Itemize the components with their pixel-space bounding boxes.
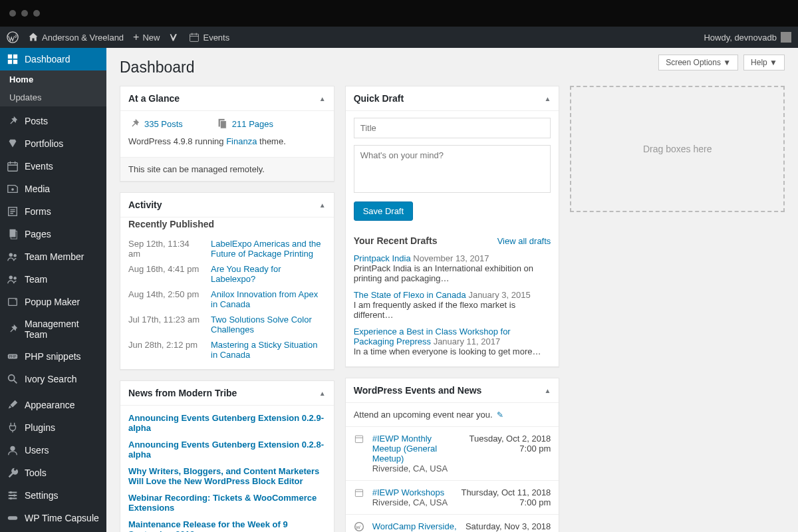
box-title: At a Glance xyxy=(128,93,180,104)
new-content[interactable]: +New xyxy=(133,31,160,43)
news-link[interactable]: Announcing Events Gutenberg Extension 0.… xyxy=(120,436,334,463)
wp-logo[interactable] xyxy=(7,31,19,43)
screen-options-button[interactable]: Screen Options ▼ xyxy=(658,55,738,70)
activity-date: Aug 14th, 2:50 pm xyxy=(128,289,201,309)
events-intro-text: Attend an upcoming event near you. xyxy=(354,410,493,420)
box-title: Quick Draft xyxy=(354,93,404,104)
news-link[interactable]: Why Writers, Bloggers, and Content Marke… xyxy=(120,463,334,489)
svg-point-14 xyxy=(13,277,17,280)
user-menu[interactable]: Howdy, devnovadb xyxy=(704,32,791,43)
sidebar-item-portfolios[interactable]: Portfolios xyxy=(0,132,106,155)
sidebar-item-media[interactable]: Media xyxy=(0,178,106,200)
sidebar-item-tools[interactable]: Tools xyxy=(0,462,106,484)
sidebar-item-team[interactable]: Team xyxy=(0,268,106,291)
draft-item: Experience a Best in Class Workshop for … xyxy=(346,323,559,360)
forms-icon xyxy=(7,205,19,217)
draft-title-input[interactable] xyxy=(354,118,551,138)
edit-location-icon[interactable]: ✎ xyxy=(497,410,503,420)
tools-icon xyxy=(7,467,19,479)
activity-link[interactable]: Anilox Innovation from Apex in Canada xyxy=(211,289,326,309)
events-toolbar[interactable]: Events xyxy=(189,32,229,43)
activity-box: Activity▲ Recently Published Sep 12th, 1… xyxy=(120,192,334,370)
collapse-icon[interactable]: ▲ xyxy=(319,95,326,102)
svg-rect-5 xyxy=(13,60,17,64)
drop-zone[interactable]: Drag boxes here xyxy=(570,86,785,212)
draft-excerpt: PrintPack India is an International exhi… xyxy=(354,263,533,283)
admin-toolbar: Anderson & Vreeland +New Events Howdy, d… xyxy=(0,27,798,48)
sidebar-item-posts[interactable]: Posts xyxy=(0,110,106,132)
sidebar-item-label: Pages xyxy=(25,229,51,239)
svg-rect-3 xyxy=(13,55,17,59)
sidebar-item-label: Team xyxy=(25,274,47,285)
event-title-link[interactable]: #IEWP Monthly Meetup (General Meetup) xyxy=(372,434,438,464)
draft-title-link[interactable]: The State of Flexo in Canada xyxy=(354,290,466,300)
event-title-link[interactable]: WordCamp Riverside, CA xyxy=(372,521,457,532)
svg-point-19 xyxy=(9,375,15,381)
sidebar-item-plugins[interactable]: Plugins xyxy=(0,416,106,439)
activity-date: Jun 28th, 2:12 pm xyxy=(128,340,201,360)
wordcamp-icon xyxy=(354,521,366,532)
modern-tribe-news-box: News from Modern Tribe▲ Announcing Event… xyxy=(120,380,334,532)
draft-body-input[interactable] xyxy=(354,145,551,193)
main-content: Screen Options ▼ Help ▼ Dashboard At a G… xyxy=(106,48,798,532)
avatar xyxy=(781,32,791,43)
draft-excerpt: I am frequently asked if the flexo marke… xyxy=(354,300,516,320)
sidebar-item-team-member[interactable]: Team Member xyxy=(0,245,106,268)
site-link[interactable]: Anderson & Vreeland xyxy=(28,32,124,43)
save-draft-button[interactable]: Save Draft xyxy=(354,201,413,221)
svg-point-13 xyxy=(9,276,13,279)
news-link[interactable]: Maintenance Release for the Week of 9 Se… xyxy=(120,516,334,532)
activity-link[interactable]: Are You Ready for Labelexpo? xyxy=(211,264,326,284)
posts-count-link[interactable]: 335 Posts xyxy=(128,118,183,130)
sidebar-item-popup-maker[interactable]: Popup Maker xyxy=(0,291,106,313)
sidebar-item-label: Forms xyxy=(25,206,51,217)
sidebar-item-php-snippets[interactable]: PHPPHP snippets xyxy=(0,345,106,368)
sidebar-item-wp-time-capsule[interactable]: WP Time Capsule xyxy=(0,507,106,529)
box-title: Activity xyxy=(128,200,162,210)
wp-events-news-box: WordPress Events and News▲ Attend an upc… xyxy=(345,378,560,532)
sidebar-item-settings[interactable]: Settings xyxy=(0,484,106,507)
sidebar-item-forms[interactable]: Forms xyxy=(0,200,106,223)
yoast-icon[interactable] xyxy=(169,32,180,43)
help-button[interactable]: Help ▼ xyxy=(743,55,785,70)
activity-link[interactable]: LabelExpo Americas and the Future of Pac… xyxy=(211,239,326,259)
sidebar-item-label: Plugins xyxy=(25,422,55,433)
activity-link[interactable]: Two Solutions Solve Color Challenges xyxy=(211,315,326,334)
collapse-icon[interactable]: ▲ xyxy=(544,387,551,394)
collapse-icon[interactable]: ▲ xyxy=(319,390,326,397)
svg-rect-2 xyxy=(8,55,12,59)
svg-point-12 xyxy=(13,254,17,257)
collapse-icon[interactable]: ▲ xyxy=(544,95,551,102)
sidebar-item-dashboard[interactable]: Dashboard xyxy=(0,48,106,70)
theme-link[interactable]: Finanza xyxy=(226,136,257,146)
activity-row: Aug 16th, 4:41 pmAre You Ready for Label… xyxy=(120,261,334,287)
activity-link[interactable]: Mastering a Sticky Situation in Canada xyxy=(211,340,326,360)
sidebar-item-management-team[interactable]: Management Team xyxy=(0,313,106,345)
event-title-link[interactable]: #IEWP Workshops xyxy=(372,487,445,497)
sidebar-item-pages[interactable]: Pages xyxy=(0,223,106,245)
sidebar-item-events[interactable]: Events xyxy=(0,155,106,178)
draft-date: January 11, 2017 xyxy=(434,336,500,346)
svg-rect-33 xyxy=(355,489,362,496)
svg-rect-6 xyxy=(8,163,17,172)
collapse-icon[interactable]: ▲ xyxy=(319,201,326,209)
meetup-icon xyxy=(354,434,366,473)
sidebar-item-users[interactable]: Users xyxy=(0,439,106,462)
sidebar-item-finanza[interactable]: Finanza xyxy=(0,529,106,532)
news-link[interactable]: Announcing Events Gutenberg Extension 0.… xyxy=(120,410,334,436)
pages-count-link[interactable]: 211 Pages xyxy=(216,118,273,130)
submenu-updates[interactable]: Updates xyxy=(0,88,106,106)
sidebar-item-ivory-search[interactable]: Ivory Search xyxy=(0,368,106,390)
view-all-drafts-link[interactable]: View all drafts xyxy=(497,236,551,246)
svg-point-7 xyxy=(11,188,14,191)
news-link[interactable]: Webinar Recording: Tickets & WooCommerce… xyxy=(120,489,334,516)
recent-drafts-title: Your Recent Drafts xyxy=(354,235,438,246)
svg-text:PHP: PHP xyxy=(9,354,16,358)
window-dot xyxy=(33,10,40,17)
draft-title-link[interactable]: Printpack India xyxy=(354,253,411,263)
event-datetime: Tuesday, Oct 2, 20187:00 pm xyxy=(469,434,551,473)
sidebar-item-appearance[interactable]: Appearance xyxy=(0,394,106,416)
sidebar-item-label: Users xyxy=(25,445,49,456)
submenu-home[interactable]: Home xyxy=(0,70,106,88)
event-location: Riverside, CA, USA xyxy=(372,464,463,473)
